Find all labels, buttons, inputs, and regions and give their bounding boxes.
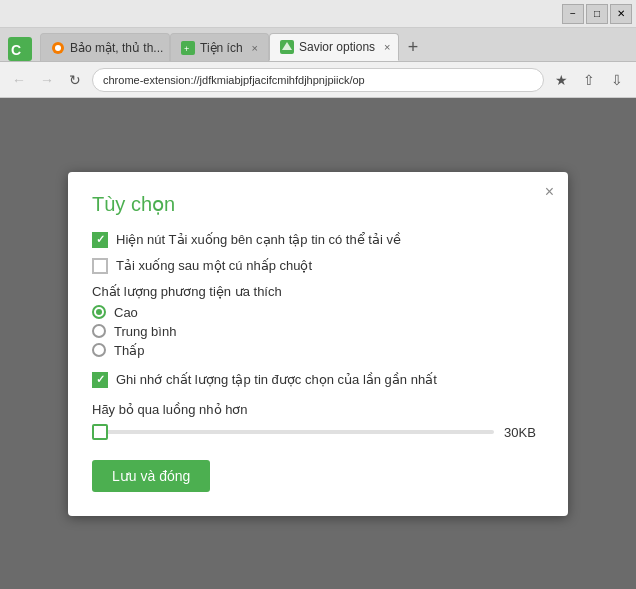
quality-trungbinh-label: Trung bình bbox=[114, 324, 176, 339]
modal-close-button[interactable]: × bbox=[545, 184, 554, 200]
quality-section-label: Chất lượng phương tiện ưa thích bbox=[92, 284, 544, 299]
download-arrow-up[interactable]: ⇧ bbox=[578, 69, 600, 91]
option2-label: Tải xuống sau một cú nhấp chuột bbox=[116, 258, 312, 273]
download-button[interactable]: ⇩ bbox=[606, 69, 628, 91]
tab3-close[interactable]: × bbox=[384, 41, 390, 53]
options-modal: × Tùy chọn Hiện nút Tải xuống bên cạnh t… bbox=[68, 172, 568, 516]
option1-checkbox[interactable] bbox=[92, 232, 108, 248]
option2-row: Tải xuống sau một cú nhấp chuột bbox=[92, 258, 544, 274]
remember-row: Ghi nhớ chất lượng tập tin được chọn của… bbox=[92, 372, 544, 388]
option1-label: Hiện nút Tải xuống bên cạnh tập tin có t… bbox=[116, 232, 401, 247]
tab-savior[interactable]: Savior options × bbox=[269, 33, 399, 61]
tab3-icon bbox=[280, 40, 294, 54]
window-controls: − □ ✕ bbox=[562, 4, 632, 24]
quality-trungbinh-radio[interactable] bbox=[92, 324, 106, 338]
option2-checkbox[interactable] bbox=[92, 258, 108, 274]
option1-row: Hiện nút Tải xuống bên cạnh tập tin có t… bbox=[92, 232, 544, 248]
quality-radio-group: Cao Trung bình Thấp bbox=[92, 305, 544, 358]
quality-thap-label: Thấp bbox=[114, 343, 144, 358]
svg-point-3 bbox=[55, 45, 61, 51]
slider-value: 30KB bbox=[504, 425, 544, 440]
tab2-label: Tiện ích bbox=[200, 41, 243, 55]
slider-track[interactable] bbox=[92, 430, 494, 434]
quality-cao-radio[interactable] bbox=[92, 305, 106, 319]
address-bar: ← → ↻ ★ ⇧ ⇩ bbox=[0, 62, 636, 98]
slider-section-label: Hãy bỏ qua luồng nhỏ hơn bbox=[92, 402, 544, 417]
minimize-button[interactable]: − bbox=[562, 4, 584, 24]
remember-checkbox[interactable] bbox=[92, 372, 108, 388]
tab-tienich[interactable]: + Tiện ích × bbox=[170, 33, 269, 61]
reload-button[interactable]: ↻ bbox=[64, 69, 86, 91]
slider-thumb[interactable] bbox=[92, 424, 108, 440]
modal-title: Tùy chọn bbox=[92, 192, 544, 216]
tab2-close[interactable]: × bbox=[252, 42, 258, 54]
star-button[interactable]: ★ bbox=[550, 69, 572, 91]
close-button[interactable]: ✕ bbox=[610, 4, 632, 24]
tab2-icon: + bbox=[181, 41, 195, 55]
tab-bar: C Bảo mật, thủ th... × + Tiện ích × Savi… bbox=[0, 28, 636, 62]
quality-thap-radio[interactable] bbox=[92, 343, 106, 357]
slider-section: Hãy bỏ qua luồng nhỏ hơn 30KB bbox=[92, 402, 544, 440]
back-button[interactable]: ← bbox=[8, 69, 30, 91]
tab1-label: Bảo mật, thủ th... bbox=[70, 41, 163, 55]
slider-row: 30KB bbox=[92, 425, 544, 440]
maximize-button[interactable]: □ bbox=[586, 4, 608, 24]
new-tab-button[interactable]: + bbox=[399, 33, 427, 61]
svg-text:+: + bbox=[184, 44, 189, 54]
tab3-label: Savior options bbox=[299, 40, 375, 54]
content-area: × Tùy chọn Hiện nút Tải xuống bên cạnh t… bbox=[0, 98, 636, 589]
title-bar: − □ ✕ bbox=[0, 0, 636, 28]
quality-cao-label: Cao bbox=[114, 305, 138, 320]
quality-trungbinh-row: Trung bình bbox=[92, 324, 544, 339]
forward-button[interactable]: → bbox=[36, 69, 58, 91]
coccoc-logo: C bbox=[0, 37, 40, 61]
remember-label: Ghi nhớ chất lượng tập tin được chọn của… bbox=[116, 372, 437, 387]
svg-text:C: C bbox=[11, 42, 21, 58]
address-input[interactable] bbox=[92, 68, 544, 92]
quality-thap-row: Thấp bbox=[92, 343, 544, 358]
tab1-icon bbox=[51, 41, 65, 55]
quality-cao-row: Cao bbox=[92, 305, 544, 320]
tab-baomathu[interactable]: Bảo mật, thủ th... × bbox=[40, 33, 170, 61]
save-close-button[interactable]: Lưu và đóng bbox=[92, 460, 210, 492]
